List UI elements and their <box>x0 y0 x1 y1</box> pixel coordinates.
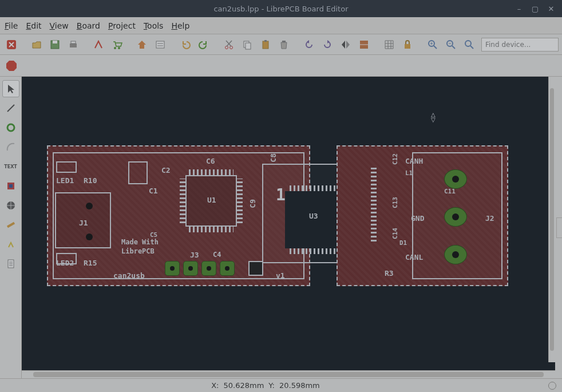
ref-r3: R3 <box>385 269 394 278</box>
ref-j1: J1 <box>79 219 88 227</box>
svg-rect-13 <box>246 43 251 49</box>
copy-button[interactable] <box>239 37 255 53</box>
svg-rect-7 <box>156 41 164 48</box>
circle-tool[interactable] <box>2 119 19 136</box>
titlebar: can2usb.lpp - LibrePCB Board Editor – ▢ … <box>0 0 562 17</box>
coord-x-label: X: <box>211 381 219 390</box>
close-project-button[interactable] <box>3 37 19 53</box>
board-canvas[interactable]: U1 J1 J3 LED1 R10 <box>22 77 555 370</box>
pad-canl-hole <box>452 251 459 258</box>
menu-edit[interactable]: Edit <box>26 21 41 30</box>
u1-pins-right <box>237 179 243 223</box>
menu-file[interactable]: File <box>5 21 18 30</box>
rotate-cw-button[interactable] <box>319 37 335 53</box>
print-button[interactable] <box>65 37 81 53</box>
pad-canh-hole <box>452 176 459 183</box>
svg-rect-19 <box>405 44 410 49</box>
svg-point-27 <box>465 41 471 46</box>
menu-project[interactable]: Project <box>108 21 136 30</box>
ref-c11: C11 <box>444 188 456 195</box>
minimize-icon[interactable]: – <box>514 5 524 13</box>
svg-line-28 <box>470 46 473 49</box>
svg-rect-3 <box>70 43 77 47</box>
line-tool[interactable] <box>2 100 19 117</box>
u1-pins-top <box>189 169 233 175</box>
undo-button[interactable] <box>177 37 193 53</box>
drc-tool[interactable] <box>2 255 19 272</box>
search-input[interactable]: Find device... <box>481 38 559 52</box>
home-button[interactable] <box>134 37 150 53</box>
menu-board[interactable]: Board <box>77 21 100 30</box>
export-button[interactable] <box>90 37 106 53</box>
plane-tool[interactable] <box>2 197 19 214</box>
j3-h4 <box>225 266 229 271</box>
open-button[interactable] <box>29 37 45 53</box>
lock-button[interactable] <box>399 37 415 53</box>
menu-view[interactable]: View <box>50 21 69 30</box>
paste-button[interactable] <box>258 37 274 53</box>
ref-gnd: GND <box>411 214 424 223</box>
coord-x-value: 50.628mm <box>224 381 264 390</box>
u3-pins-top <box>290 185 338 191</box>
svg-rect-33 <box>9 184 13 188</box>
close-icon[interactable]: ✕ <box>546 5 556 13</box>
ref-u1: U1 <box>207 196 216 204</box>
svg-rect-14 <box>263 41 268 49</box>
via-tool[interactable] <box>2 177 19 195</box>
order-button[interactable] <box>109 37 125 53</box>
window-buttons: – ▢ ✕ <box>514 5 562 13</box>
horizontal-scrollbar[interactable] <box>22 370 555 378</box>
net-tool[interactable] <box>2 236 19 253</box>
left-toolbar: TEXT <box>0 77 22 378</box>
delete-button[interactable] <box>276 37 292 53</box>
redo-button[interactable] <box>196 37 212 53</box>
menu-help[interactable]: Help <box>171 21 189 30</box>
menu-tools[interactable]: Tools <box>144 21 164 30</box>
ref-canl: CANL <box>405 253 423 262</box>
svg-point-11 <box>230 46 233 49</box>
schematic-button[interactable] <box>152 37 168 53</box>
resize-handle-icon[interactable] <box>548 382 556 390</box>
made-with-2: LibrePCB <box>121 247 155 255</box>
ref-r15: R15 <box>84 259 97 267</box>
maximize-icon[interactable]: ▢ <box>530 5 540 13</box>
trace-tool[interactable] <box>2 216 19 233</box>
board-zone-label: 1 <box>276 185 286 204</box>
flip-v-button[interactable] <box>356 37 372 53</box>
vertical-scrollbar[interactable] <box>548 77 555 362</box>
ref-j3: J3 <box>190 251 199 259</box>
zoom-fit-button[interactable] <box>461 37 477 53</box>
zoom-out-button[interactable] <box>443 37 459 53</box>
ref-c2: C2 <box>161 166 171 175</box>
save-button[interactable] <box>47 37 63 53</box>
j1-hole1 <box>86 203 93 209</box>
j3-h1 <box>170 266 175 271</box>
arc-tool[interactable] <box>2 138 19 156</box>
coord-y-value: 20.598mm <box>279 381 320 390</box>
select-tool[interactable] <box>2 80 19 97</box>
svg-marker-29 <box>6 61 17 71</box>
text-tool[interactable]: TEXT <box>2 158 19 175</box>
svg-line-30 <box>7 105 14 112</box>
flip-h-button[interactable] <box>338 37 354 53</box>
svg-point-10 <box>225 46 228 49</box>
ref-c4: C4 <box>213 251 221 259</box>
canvas-wrap: U1 J1 J3 LED1 R10 <box>22 77 562 378</box>
search-placeholder: Find device... <box>485 41 531 49</box>
cut-button[interactable] <box>221 37 237 53</box>
rotate-ccw-button[interactable] <box>301 37 317 53</box>
zoom-in-button[interactable] <box>425 37 441 53</box>
u1-pins-left <box>180 179 185 223</box>
ref-v1: v1 <box>276 271 285 280</box>
ref-c12: C12 <box>391 153 399 165</box>
svg-rect-4 <box>71 41 76 43</box>
stop-icon[interactable] <box>3 58 19 74</box>
ref-led1: LED1 <box>56 176 74 185</box>
ref-c14: C14 <box>391 228 399 239</box>
svg-point-6 <box>118 47 120 49</box>
svg-point-31 <box>7 124 14 131</box>
grid-button[interactable] <box>381 37 397 53</box>
led1-outline <box>56 161 77 173</box>
right-panel-handle[interactable] <box>556 217 562 238</box>
workspace: TEXT <box>0 77 562 378</box>
